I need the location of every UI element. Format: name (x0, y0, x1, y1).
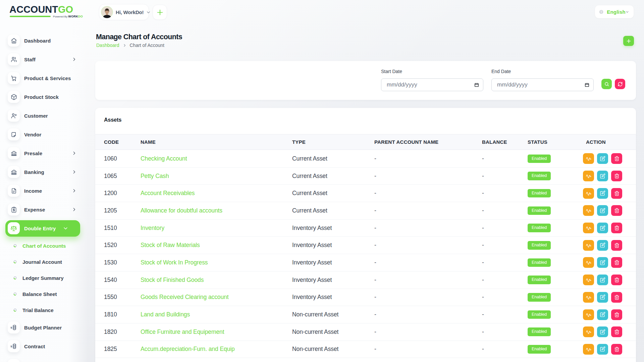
edit-button[interactable] (597, 153, 608, 164)
sidebar-item-icon-tile (8, 166, 20, 178)
edit-button[interactable] (597, 309, 608, 320)
trash-icon (614, 329, 620, 335)
cell-name-link[interactable]: Goods Received Clearing account (141, 289, 228, 306)
cell-name-link[interactable]: Office Furniture and Equipement (141, 323, 224, 341)
sidebar-subitem-label: Trial Balance (22, 307, 54, 313)
edit-button[interactable] (597, 344, 608, 355)
quick-add-button[interactable] (153, 5, 167, 20)
scale-icon (10, 225, 17, 232)
sidebar-item-label: Contract (24, 344, 45, 349)
cell-status: Enabled (528, 289, 551, 306)
sidebar-subitem-trial-balance[interactable]: Trial Balance (0, 302, 88, 318)
trash-icon (614, 295, 620, 300)
end-date-input[interactable] (491, 78, 594, 91)
cell-name-link[interactable]: Checking Account (141, 150, 187, 167)
bullet-ring-icon (13, 292, 17, 296)
cell-status: Enabled (528, 220, 551, 237)
apply-filter-button[interactable] (601, 79, 612, 89)
avatar-image (101, 6, 113, 18)
delete-button[interactable] (611, 309, 622, 320)
sidebar-item-contract[interactable]: $ Contract (0, 337, 88, 356)
sidebar-subitem-ledger-summary[interactable]: Ledger Summary (0, 270, 88, 286)
delete-button[interactable] (611, 326, 622, 337)
transaction-button[interactable] (583, 292, 594, 303)
sidebar-item-customer[interactable]: Customer (0, 106, 88, 125)
cell-name-link[interactable]: Allowance for doubtful accounts (141, 202, 222, 219)
sidebar-item-vendor[interactable]: Vendor (0, 125, 88, 144)
edit-button[interactable] (597, 292, 608, 303)
transaction-button[interactable] (583, 309, 594, 320)
cell-name-link[interactable]: Stock of Raw Materials (141, 237, 200, 254)
reset-filter-button[interactable] (615, 79, 625, 89)
edit-button[interactable] (597, 223, 608, 233)
sidebar-item-budget-planner[interactable]: $ Budget Planner (0, 318, 88, 337)
cell-code: 1550 (104, 289, 117, 306)
cell-type: Current Asset (292, 150, 327, 167)
sidebar-item-label: Dashboard (24, 38, 51, 44)
transaction-button[interactable] (583, 257, 594, 268)
create-account-button[interactable] (623, 36, 634, 46)
cell-name-link[interactable]: Inventory (141, 220, 164, 237)
cell-name-link[interactable]: Stock of Work In Progress (141, 254, 208, 271)
edit-button[interactable] (597, 240, 608, 251)
transaction-button[interactable] (583, 344, 594, 355)
edit-button[interactable] (597, 171, 608, 181)
sidebar-item-expense[interactable]: Expense (0, 200, 88, 219)
delete-button[interactable] (611, 223, 622, 233)
transaction-button[interactable] (583, 188, 594, 199)
sidebar-item-banking[interactable]: Banking (0, 163, 88, 181)
transaction-button[interactable] (583, 153, 594, 164)
language-selector[interactable]: English (595, 5, 634, 18)
start-date-input[interactable] (381, 78, 483, 91)
delete-button[interactable] (611, 188, 622, 199)
sidebar-item-product-stock[interactable]: Product Stock (0, 87, 88, 106)
cell-name-link[interactable]: Accum.depreciation-Furn. and Equip (141, 341, 235, 358)
plus-icon (626, 38, 632, 44)
breadcrumb-dashboard-link[interactable]: Dashboard (96, 43, 119, 48)
cell-name-link[interactable]: Land and Buildings (141, 306, 190, 323)
sidebar-item-dashboard[interactable]: Dashboard (0, 31, 88, 50)
bank-icon (11, 169, 17, 175)
delete-button[interactable] (611, 205, 622, 216)
delete-button[interactable] (611, 275, 622, 285)
brand-logo-text: ACCOUNTGO (9, 4, 73, 14)
transaction-button[interactable] (583, 275, 594, 285)
brand-logo[interactable]: ACCOUNTGO Powered By WORKDO (9, 4, 73, 14)
user-menu[interactable]: Hi, WorkDo! (99, 4, 149, 20)
transaction-button[interactable] (583, 326, 594, 337)
transaction-button[interactable] (583, 205, 594, 216)
box-icon (11, 94, 17, 100)
delete-button[interactable] (611, 171, 622, 181)
status-badge: Enabled (528, 310, 551, 319)
transaction-button[interactable] (583, 240, 594, 251)
edit-button[interactable] (597, 326, 608, 337)
transaction-button[interactable] (583, 171, 594, 181)
transaction-button[interactable] (583, 223, 594, 233)
delete-button[interactable] (611, 240, 622, 251)
cell-name-link[interactable]: Account Receivables (141, 185, 195, 202)
cell-name-link[interactable]: Stock of Finished Goods (141, 272, 204, 289)
sidebar-item-cutoff[interactable] (0, 356, 88, 362)
sidebar-item-product-services[interactable]: Product & Services (0, 69, 88, 87)
edit-button[interactable] (597, 188, 608, 199)
delete-button[interactable] (611, 344, 622, 355)
cell-name-link[interactable]: Petty Cash (141, 168, 169, 185)
sidebar-subitem-label: Balance Sheet (22, 291, 57, 297)
sidebar-item-label: Staff (24, 57, 36, 62)
edit-button[interactable] (597, 257, 608, 268)
delete-button[interactable] (611, 153, 622, 164)
sidebar-subitem-chart-of-accounts[interactable]: Chart of Accounts (0, 238, 88, 254)
delete-button[interactable] (611, 292, 622, 303)
sidebar-item-presale[interactable]: Presale (0, 144, 88, 163)
breadcrumb-current: Chart of Account (130, 43, 165, 48)
sidebar-item-double-entry[interactable]: Double Entry (0, 219, 88, 238)
edit-button[interactable] (597, 205, 608, 216)
sidebar-subitem-balance-sheet[interactable]: Balance Sheet (0, 286, 88, 302)
edit-button[interactable] (597, 275, 608, 285)
delete-button[interactable] (611, 257, 622, 268)
bullet-ring-icon (13, 308, 17, 312)
cell-status: Enabled (528, 202, 551, 219)
sidebar-subitem-journal-account[interactable]: Journal Account (0, 254, 88, 270)
sidebar-item-staff[interactable]: Staff (0, 50, 88, 69)
sidebar-item-income[interactable]: Income (0, 181, 88, 200)
